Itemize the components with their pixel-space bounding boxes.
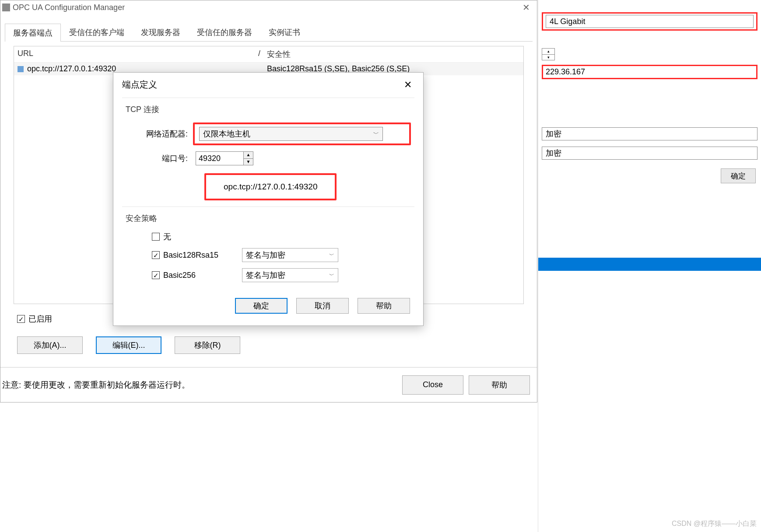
- window-close-button[interactable]: ✕: [515, 0, 537, 14]
- policy-none-row: 无: [152, 231, 411, 242]
- endpoint-button-row: 添加(A)... 编辑(E)... 移除(R): [17, 336, 537, 354]
- arrow-up-icon: ▲: [244, 152, 253, 159]
- dialog-titlebar: 端点定义 ✕: [113, 73, 423, 95]
- tab-instance-cert[interactable]: 实例证书: [260, 23, 309, 41]
- bg-nic-combo[interactable]: 4L Gigabit: [546, 15, 754, 28]
- policy-basic128-mode-combo[interactable]: 签名与加密 ﹀: [242, 248, 338, 262]
- bg-nic-value: 4L Gigabit: [550, 17, 585, 26]
- tab-row: 服务器端点 受信任的客户端 发现服务器 受信任的服务器 实例证书: [5, 23, 533, 42]
- edit-button[interactable]: 编辑(E)...: [96, 336, 161, 354]
- tcp-section-title: TCP 连接: [126, 104, 411, 115]
- bg-encrypt-combo-2[interactable]: 加密: [542, 147, 757, 160]
- footer-note: 注意: 要使用更改，需要重新初始化服务器运行时。: [2, 379, 190, 391]
- network-adapter-combo[interactable]: 仅限本地主机 ﹀: [199, 127, 383, 141]
- endpoint-header-row: URL / 安全性: [14, 46, 523, 63]
- column-header-security[interactable]: 安全性: [263, 46, 523, 62]
- policy-basic256-row: Basic256 签名与加密 ﹀: [152, 268, 411, 282]
- port-label: 端口号:: [126, 153, 196, 164]
- policy-section-title: 安全策略: [126, 213, 411, 224]
- enabled-label: 已启用: [28, 314, 52, 324]
- port-input[interactable]: [196, 151, 244, 165]
- policy-basic128-label: Basic128Rsa15: [163, 251, 242, 260]
- bg-ok-button[interactable]: 确定: [721, 168, 756, 183]
- dialog-button-row: 确定 取消 帮助: [113, 298, 410, 314]
- help-button[interactable]: 帮助: [469, 375, 530, 395]
- dialog-title: 端点定义: [122, 79, 157, 91]
- bg-encrypt-row-1: 加密: [542, 127, 757, 140]
- policy-none-label: 无: [163, 231, 242, 242]
- port-spinner: ▲▼: [196, 151, 253, 165]
- titlebar: OPC UA Configuration Manager ✕: [0, 0, 537, 14]
- policy-none-checkbox[interactable]: [152, 233, 160, 241]
- endpoint-url-text: opc.tcp://127.0.0.1:49320: [27, 64, 116, 73]
- bg-spinner-row: ▴▾: [542, 48, 757, 60]
- policy-basic256-checkbox[interactable]: [152, 271, 160, 279]
- watermark-text: CSDN @程序猿——小白菜: [672, 519, 757, 528]
- window-title: OPC UA Configuration Manager: [13, 3, 125, 12]
- tab-trusted-clients[interactable]: 受信任的客户端: [61, 23, 133, 41]
- section-tcp: TCP 连接 网络适配器: 仅限本地主机 ﹀ 端口号: ▲▼ opc.tcp:/…: [122, 98, 414, 204]
- policy-basic256-mode-combo[interactable]: 签名与加密 ﹀: [242, 268, 338, 282]
- tab-server-endpoints[interactable]: 服务器端点: [5, 24, 61, 42]
- policy-basic128-row: Basic128Rsa15 签名与加密 ﹀: [152, 248, 411, 262]
- bg-selection-strip: [538, 258, 761, 271]
- arrow-down-icon: ▼: [244, 159, 253, 165]
- dialog-close-button[interactable]: ✕: [401, 79, 414, 91]
- ok-button[interactable]: 确定: [235, 298, 288, 314]
- adapter-row: 网络适配器: 仅限本地主机 ﹀: [126, 122, 411, 145]
- cancel-button[interactable]: 取消: [296, 298, 349, 314]
- tab-discovery-servers[interactable]: 发现服务器: [133, 23, 189, 41]
- chevron-down-icon: ﹀: [329, 252, 334, 259]
- bg-ip-value: 229.36.167: [546, 67, 585, 77]
- bg-encrypt-combo-1[interactable]: 加密: [542, 127, 757, 140]
- background-properties-window: 4L Gigabit ▴▾ 229.36.167 加密 加密 确定: [538, 0, 761, 532]
- tab-trusted-servers[interactable]: 受信任的服务器: [189, 23, 260, 41]
- bg-spinner[interactable]: ▴▾: [542, 48, 555, 60]
- column-header-separator: /: [255, 46, 263, 62]
- enabled-checkbox[interactable]: [17, 315, 25, 323]
- port-row: 端口号: ▲▼: [126, 151, 411, 165]
- remove-button[interactable]: 移除(R): [175, 336, 240, 354]
- bg-nic-row: 4L Gigabit: [542, 12, 757, 31]
- footer-bar: 注意: 要使用更改，需要重新初始化服务器运行时。 Close 帮助: [0, 367, 537, 402]
- adapter-value: 仅限本地主机: [203, 129, 250, 139]
- chevron-down-icon: ﹀: [329, 272, 334, 279]
- policy-basic128-checkbox[interactable]: [152, 251, 160, 259]
- bg-button-bar: 确定: [544, 168, 756, 183]
- bg-encrypt-row-2: 加密: [542, 147, 757, 160]
- close-button[interactable]: Close: [402, 375, 463, 395]
- adapter-highlight: 仅限本地主机 ﹀: [193, 122, 411, 145]
- dialog-help-button[interactable]: 帮助: [358, 298, 410, 314]
- bg-ip-row: 229.36.167: [542, 65, 757, 79]
- port-step-buttons[interactable]: ▲▼: [244, 151, 253, 165]
- endpoint-url-display: opc.tcp://127.0.0.1:49320: [204, 173, 337, 200]
- chevron-down-icon: ﹀: [373, 130, 379, 138]
- app-icon: [2, 4, 10, 11]
- column-header-url[interactable]: URL: [14, 46, 255, 62]
- add-button[interactable]: 添加(A)...: [17, 336, 83, 354]
- adapter-label: 网络适配器:: [126, 129, 196, 139]
- policy-basic256-label: Basic256: [163, 271, 242, 280]
- endpoint-definition-dialog: 端点定义 ✕ TCP 连接 网络适配器: 仅限本地主机 ﹀ 端口号: ▲▼ op…: [113, 72, 424, 326]
- endpoint-icon: [18, 66, 24, 72]
- section-security-policy: 安全策略 无 Basic128Rsa15 签名与加密 ﹀ Basic256 签名…: [122, 206, 414, 292]
- footer-buttons: Close 帮助: [402, 375, 530, 395]
- endpoint-url-text: opc.tcp://127.0.0.1:49320: [224, 182, 317, 191]
